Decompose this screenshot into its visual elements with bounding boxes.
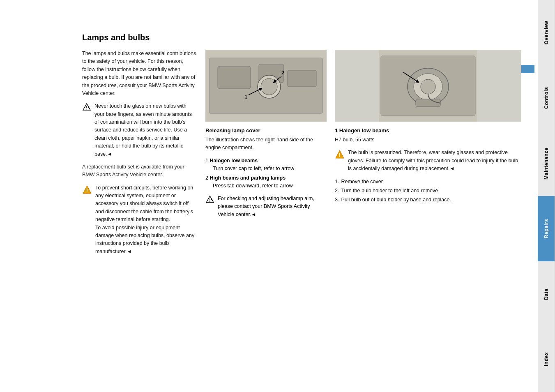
list-item-1: 1 Halogen low beams Turn cover cap to le…: [205, 157, 327, 173]
bulb-spec: H7 bulb, 55 watts: [335, 136, 521, 144]
sidebar-tab-overview[interactable]: Overview: [538, 0, 555, 65]
lamp-items-list: 1 Halogen low beams Turn cover cap to le…: [205, 157, 327, 190]
sidebar-tab-controls[interactable]: Controls: [538, 65, 555, 131]
warning-triangle-icon: !: [82, 185, 92, 195]
step-1: 1.Remove the cover: [335, 178, 521, 186]
sidebar: Overview Controls Maintenance Repairs Da…: [538, 0, 555, 392]
svg-rect-9: [288, 70, 316, 87]
warning-box-2: ! The bulb is pressurized. Therefore, we…: [335, 149, 521, 173]
note-triangle-icon: [82, 103, 91, 112]
headlamp-aim-note: For checking and adjusting headlamp aim,…: [205, 195, 327, 219]
step-3: 3.Pull bulb out of bulb holder by base a…: [335, 196, 521, 204]
list-item-2: 2 High beams and parking lamps Press tab…: [205, 174, 327, 190]
svg-text:!: !: [339, 152, 341, 158]
halogen-low-beams-heading: 1 Halogen low beams: [335, 127, 521, 134]
sidebar-tab-index[interactable]: Index: [538, 327, 555, 392]
warning-text-1: To prevent short circuits, before workin…: [95, 184, 197, 256]
sidebar-tab-repairs[interactable]: Repairs: [538, 196, 555, 261]
replacement-steps: 1.Remove the cover 2.Turn the bulb holde…: [335, 178, 521, 204]
note-text-1: Never touch the glass on new bulbs with …: [94, 102, 197, 158]
page-title: Lamps and bulbs: [82, 33, 521, 42]
middle-column: 1 2 530de357 Releasing lamp cover The il…: [205, 50, 327, 219]
svg-point-11: [261, 78, 277, 95]
releasing-lamp-intro: The illustration shows the right-hand si…: [205, 136, 327, 152]
left-column: The lamps and bulbs make essential contr…: [82, 50, 197, 261]
svg-point-24: [421, 79, 435, 94]
right-column: 530de358 1 Halogen low beams H7 bulb, 55…: [335, 50, 521, 209]
svg-point-19: [210, 201, 210, 202]
svg-text:!: !: [86, 187, 88, 194]
svg-point-2: [86, 109, 87, 110]
releasing-lamp-cover-heading: Releasing lamp cover: [205, 127, 327, 134]
intro-text: The lamps and bulbs make essential contr…: [82, 50, 197, 97]
sidebar-tab-maintenance[interactable]: Maintenance: [538, 131, 555, 196]
sidebar-tab-data[interactable]: Data: [538, 261, 555, 327]
note-small-icon: [205, 195, 214, 204]
svg-rect-7: [218, 66, 251, 89]
content-columns: The lamps and bulbs make essential contr…: [82, 50, 521, 261]
svg-text:2: 2: [281, 69, 284, 76]
note-box-1: Never touch the glass on new bulbs with …: [82, 102, 197, 158]
lamp-cover-diagram: 1 2 530de357: [205, 50, 327, 122]
headlamp-aim-text: For checking and adjusting headlamp aim,…: [218, 195, 327, 219]
warning-box-1: ! To prevent short circuits, before work…: [82, 184, 197, 256]
halogen-beams-diagram: 530de358: [335, 50, 521, 122]
warning-text-2: The bulb is pressurized. Therefore, wear…: [348, 149, 521, 173]
replacement-text: A replacement bulb set is available from…: [82, 163, 197, 179]
step-2: 2.Turn the bulb holder to the left and r…: [335, 187, 521, 195]
svg-text:1: 1: [244, 94, 247, 100]
main-content: Lamps and bulbs The lamps and bulbs make…: [0, 0, 538, 392]
warning-triangle-icon-2: !: [335, 150, 345, 159]
